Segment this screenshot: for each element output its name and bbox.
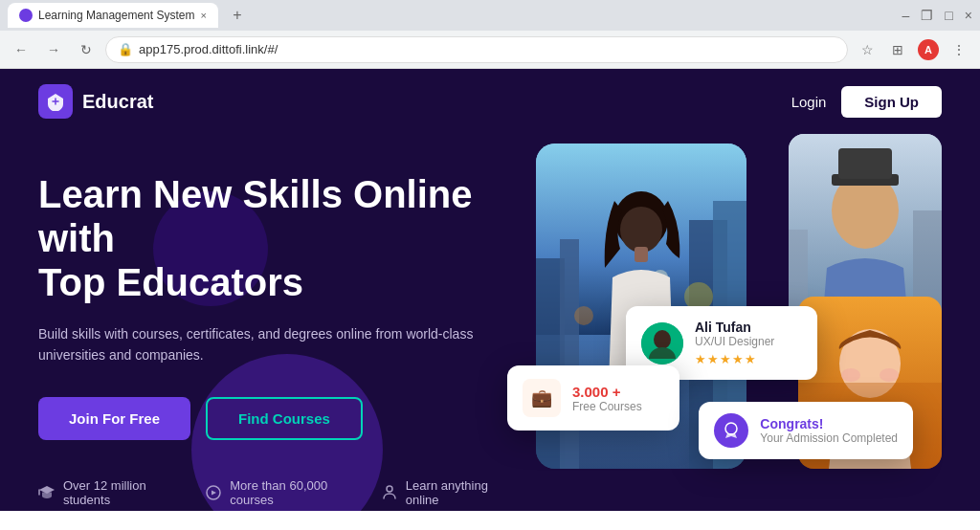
signup-button[interactable]: Sign Up [841, 86, 942, 118]
svg-rect-16 [838, 148, 892, 179]
congrats-info: Congrats! Your Admission Completed [760, 416, 898, 445]
logo-icon [38, 84, 73, 119]
instructor-info: Ali Tufan UX/UI Designer ★★★★★ [695, 320, 802, 366]
svg-point-22 [841, 368, 860, 382]
brand-name: Educrat [82, 91, 153, 113]
svg-rect-4 [560, 239, 579, 469]
hero-description: Build skills with courses, certificates,… [38, 323, 479, 366]
learn-text: Learn anything online [406, 478, 498, 507]
tab-close-button[interactable]: × [200, 10, 206, 21]
logo-area: Educrat [38, 84, 153, 119]
congrats-title: Congrats! [760, 416, 898, 431]
maximize-button[interactable]: □ [945, 8, 952, 23]
instructor-name: Ali Tufan [695, 320, 802, 335]
svg-point-8 [574, 306, 593, 325]
award-icon [714, 413, 748, 448]
browser-toolbar: ← → ↻ 🔒 app175.prod.dittofi.link/#/ ☆ ⊞ … [0, 31, 980, 69]
stat-courses: More than 60,000 courses [205, 478, 343, 507]
students-text: Over 12 million students [63, 478, 167, 507]
extensions-button[interactable]: ⊞ [884, 36, 911, 63]
restore-button[interactable]: ❐ [921, 8, 933, 23]
courses-count: 3.000 + [572, 384, 642, 400]
free-courses-card: 💼 3.000 + Free Courses [507, 365, 679, 431]
close-button[interactable]: × [965, 8, 972, 23]
forward-button[interactable]: → [40, 36, 67, 63]
tab-favicon [19, 9, 33, 22]
person-icon [381, 483, 398, 502]
hero-section: Learn New Skills Online with Top Educato… [0, 134, 980, 488]
window-controls: – ❐ □ × [902, 8, 972, 23]
browser-titlebar: Learning Management System × + – ❐ □ × [0, 0, 980, 31]
svg-rect-12 [635, 247, 648, 262]
briefcase-icon: 💼 [531, 387, 552, 409]
profile-avatar: A [918, 39, 939, 60]
instructor-stars: ★★★★★ [695, 352, 802, 366]
profile-menu-button[interactable]: A [915, 36, 942, 63]
app-container: Educrat Login Sign Up Learn New Skills O… [0, 69, 980, 511]
courses-icon-wrap: 💼 [523, 379, 561, 417]
play-circle-icon [205, 483, 222, 502]
new-tab-button[interactable]: + [226, 4, 249, 27]
tab-title: Learning Management System [38, 9, 194, 22]
address-bar[interactable]: 🔒 app175.prod.dittofi.link/#/ [105, 36, 848, 63]
svg-point-23 [880, 368, 899, 382]
congrats-subtitle: Your Admission Completed [760, 431, 898, 445]
toolbar-actions: ☆ ⊞ A ⋮ [854, 36, 972, 63]
secure-icon: 🔒 [118, 42, 133, 56]
stats-bar: Over 12 million students More than 60,00… [38, 478, 498, 507]
login-button[interactable]: Login [791, 94, 827, 110]
courses-text: More than 60,000 courses [230, 478, 343, 507]
hero-buttons: Join For Free Find Courses [38, 397, 498, 440]
navbar-actions: Login Sign Up [791, 86, 942, 118]
stat-students: Over 12 million students [38, 478, 167, 507]
find-courses-button[interactable]: Find Courses [206, 397, 363, 440]
hero-title: Learn New Skills Online with Top Educato… [38, 172, 498, 304]
congrats-card: Congrats! Your Admission Completed [699, 402, 913, 459]
graduation-cap-icon [38, 483, 56, 502]
navbar: Educrat Login Sign Up [0, 69, 980, 134]
stat-learn: Learn anything online [381, 478, 498, 507]
courses-info: 3.000 + Free Courses [572, 384, 642, 413]
svg-point-1 [387, 486, 392, 492]
instructor-role: UX/UI Designer [695, 335, 802, 348]
back-button[interactable]: ← [8, 36, 34, 63]
courses-label: Free Courses [572, 400, 642, 413]
reload-button[interactable]: ↻ [73, 36, 100, 63]
browser-tab[interactable]: Learning Management System × [8, 3, 218, 28]
svg-point-25 [654, 330, 671, 349]
svg-point-11 [620, 207, 662, 253]
more-options-button[interactable]: ⋮ [946, 36, 972, 63]
hero-right-images: Ali Tufan UX/UI Designer ★★★★★ 💼 3.000 +… [498, 153, 942, 488]
hero-left-content: Learn New Skills Online with Top Educato… [38, 153, 498, 488]
minimize-button[interactable]: – [902, 8, 910, 23]
browser-chrome: Learning Management System × + – ❐ □ × ←… [0, 0, 980, 69]
instructor-avatar [641, 322, 683, 364]
url-text: app175.prod.dittofi.link/#/ [139, 42, 835, 56]
join-free-button[interactable]: Join For Free [38, 397, 190, 440]
bookmark-star-button[interactable]: ☆ [854, 36, 880, 63]
